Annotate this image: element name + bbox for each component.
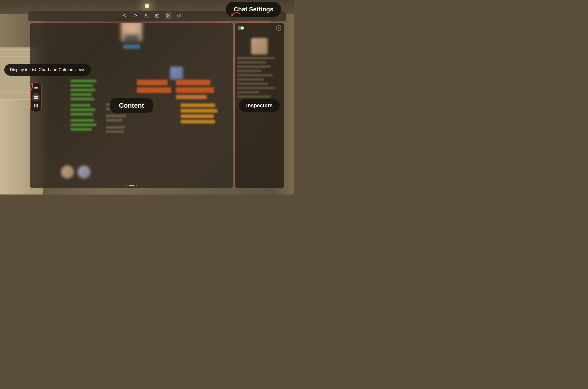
link-button[interactable] bbox=[176, 13, 182, 19]
blue-tag bbox=[123, 45, 140, 49]
inspectors-toolbar: ☰ bbox=[235, 23, 284, 33]
svg-rect-6 bbox=[36, 97, 38, 99]
inspector-gear-button[interactable] bbox=[276, 25, 281, 31]
bottom-avatar-1 bbox=[61, 165, 74, 179]
inspector-toggle[interactable]: ☰ bbox=[238, 26, 249, 30]
inspector-content bbox=[235, 33, 284, 102]
chart-view-btn[interactable] bbox=[32, 93, 40, 101]
svg-rect-7 bbox=[34, 104, 35, 107]
green-nodes-left bbox=[70, 80, 96, 132]
svg-rect-4 bbox=[36, 96, 38, 97]
undo-button[interactable] bbox=[121, 13, 128, 19]
inspectors-text: Inspectors bbox=[246, 102, 272, 108]
more-button[interactable] bbox=[186, 13, 193, 19]
svg-point-12 bbox=[156, 15, 157, 16]
display-views-tooltip: Display in List, Chart and Column views bbox=[4, 64, 91, 76]
toggle-switch[interactable] bbox=[238, 26, 244, 30]
inspector-avatar bbox=[251, 38, 268, 55]
app-window: Content ☰ bbox=[29, 11, 286, 190]
orange-nodes-top bbox=[176, 80, 214, 101]
redo-button[interactable] bbox=[132, 13, 139, 19]
avatar-node-right bbox=[170, 67, 183, 80]
content-label: Content bbox=[110, 98, 154, 113]
chat-settings-button[interactable] bbox=[165, 13, 171, 19]
svg-point-21 bbox=[191, 16, 191, 16]
indicator-dot-3 bbox=[136, 185, 137, 186]
svg-point-17 bbox=[168, 16, 169, 16]
inspectors-panel: ☰ bbox=[235, 23, 284, 188]
main-area: Content ☰ bbox=[29, 21, 286, 190]
list-icon: ☰ bbox=[246, 26, 249, 30]
page-indicator bbox=[126, 185, 137, 186]
amber-nodes bbox=[181, 103, 217, 125]
svg-point-16 bbox=[167, 15, 168, 15]
content-text: Content bbox=[119, 102, 144, 109]
svg-point-10 bbox=[145, 14, 147, 16]
svg-point-19 bbox=[188, 16, 189, 16]
orange-nodes-mid bbox=[137, 80, 171, 95]
ceiling-light bbox=[145, 3, 149, 8]
indicator-dot-1 bbox=[126, 185, 127, 186]
display-views-label: Display in List, Chart and Column views bbox=[10, 67, 85, 72]
indicator-dot-2 bbox=[129, 185, 134, 186]
inspectors-label: Inspectors bbox=[239, 99, 279, 112]
bottom-avatar-2 bbox=[78, 165, 91, 179]
svg-rect-9 bbox=[37, 104, 38, 107]
svg-point-18 bbox=[167, 17, 168, 17]
column-view-btn[interactable] bbox=[32, 102, 40, 110]
insert-image-button[interactable] bbox=[154, 13, 160, 19]
svg-rect-5 bbox=[34, 97, 36, 99]
svg-rect-3 bbox=[34, 96, 36, 97]
add-person-button[interactable] bbox=[143, 13, 150, 19]
svg-rect-8 bbox=[35, 104, 36, 107]
content-panel: Content bbox=[30, 23, 233, 188]
svg-point-22 bbox=[278, 28, 279, 29]
top-avatar bbox=[121, 23, 142, 42]
svg-point-20 bbox=[189, 16, 190, 16]
